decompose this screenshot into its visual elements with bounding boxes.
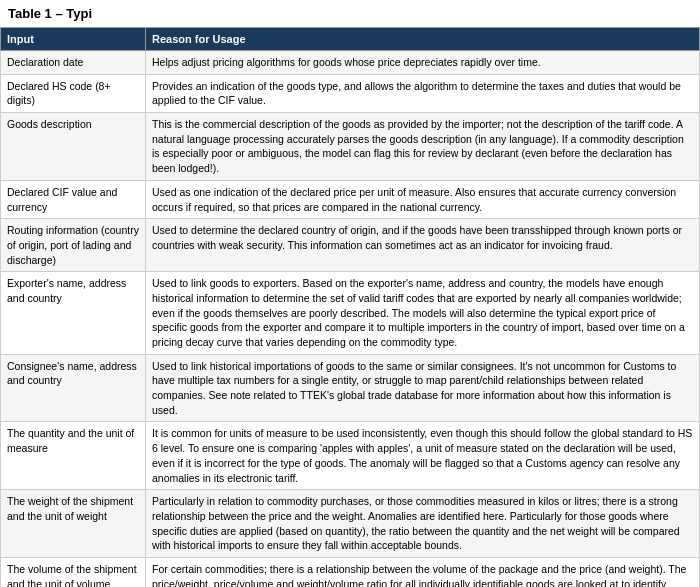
table-row: Consignee's name, address and countryUse… — [1, 354, 700, 422]
table-row: The quantity and the unit of measureIt i… — [1, 422, 700, 490]
col-header-reason: Reason for Usage — [146, 28, 700, 51]
cell-reason: Particularly in relation to commodity pu… — [146, 490, 700, 558]
table-row: The weight of the shipment and the unit … — [1, 490, 700, 558]
table-row: Declared HS code (8+ digits)Provides an … — [1, 74, 700, 112]
cell-input: The volume of the shipment and the unit … — [1, 557, 146, 587]
cell-reason: Used to link historical importations of … — [146, 354, 700, 422]
col-header-input: Input — [1, 28, 146, 51]
cell-reason: Used as one indication of the declared p… — [146, 180, 700, 218]
cell-reason: Helps adjust pricing algorithms for good… — [146, 51, 700, 75]
cell-reason: For certain commodities; there is a rela… — [146, 557, 700, 587]
cell-reason: Used to determine the declared country o… — [146, 219, 700, 272]
table-row: Goods descriptionThis is the commercial … — [1, 113, 700, 181]
cell-input: Declared CIF value and currency — [1, 180, 146, 218]
cell-input: Exporter's name, address and country — [1, 272, 146, 354]
cell-input: Declared HS code (8+ digits) — [1, 74, 146, 112]
cell-reason: This is the commercial description of th… — [146, 113, 700, 181]
cell-input: Routing information (country of origin, … — [1, 219, 146, 272]
cell-input: Consignee's name, address and country — [1, 354, 146, 422]
cell-reason: Used to link goods to exporters. Based o… — [146, 272, 700, 354]
table-row: The volume of the shipment and the unit … — [1, 557, 700, 587]
cell-input: The quantity and the unit of measure — [1, 422, 146, 490]
cell-reason: It is common for units of measure to be … — [146, 422, 700, 490]
table-row: Declaration dateHelps adjust pricing alg… — [1, 51, 700, 75]
main-table: Input Reason for Usage Declaration dateH… — [0, 27, 700, 587]
cell-reason: Provides an indication of the goods type… — [146, 74, 700, 112]
cell-input: Goods description — [1, 113, 146, 181]
page-title: Table 1 – Typi — [0, 0, 700, 27]
cell-input: The weight of the shipment and the unit … — [1, 490, 146, 558]
cell-input: Declaration date — [1, 51, 146, 75]
table-row: Exporter's name, address and countryUsed… — [1, 272, 700, 354]
table-row: Declared CIF value and currencyUsed as o… — [1, 180, 700, 218]
table-row: Routing information (country of origin, … — [1, 219, 700, 272]
